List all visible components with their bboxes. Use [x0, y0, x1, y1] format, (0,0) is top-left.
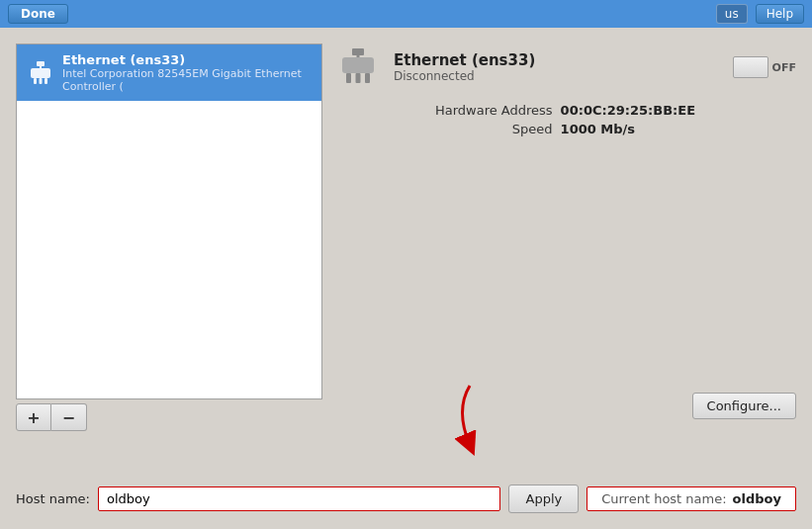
svg-rect-4	[45, 78, 47, 84]
hardware-address-value: 00:0C:29:25:BB:EE	[561, 103, 796, 118]
right-panel: Ethernet (ens33) Disconnected OFF Hardwa…	[334, 44, 796, 431]
apply-button[interactable]: Apply	[508, 485, 579, 513]
top-bar-right: us Help	[716, 4, 804, 24]
svg-rect-1	[31, 68, 50, 78]
current-hostname-value: oldboy	[733, 491, 781, 506]
device-name: Ethernet (ens33)	[394, 51, 721, 69]
svg-rect-8	[346, 73, 351, 83]
language-selector[interactable]: us	[716, 4, 748, 24]
svg-rect-0	[37, 61, 45, 66]
network-item-desc: Intel Corporation 82545EM Gigabit Ethern…	[62, 67, 312, 93]
configure-button[interactable]: Configure...	[692, 393, 796, 419]
add-network-button[interactable]: +	[16, 403, 51, 431]
current-hostname-label: Current host name:	[601, 491, 726, 506]
svg-rect-3	[40, 78, 43, 84]
hardware-address-label: Hardware Address	[334, 103, 553, 118]
bottom-row: Host name: Apply Current host name: oldb…	[16, 485, 796, 513]
list-controls: + −	[16, 403, 322, 431]
toggle-button[interactable]	[733, 56, 768, 78]
speed-label: Speed	[334, 122, 553, 136]
toggle-area: OFF	[733, 56, 796, 78]
main-content: Ethernet (ens33) Intel Corporation 82545…	[0, 28, 812, 447]
top-bar: Done us Help	[0, 0, 812, 28]
device-icon	[334, 44, 382, 91]
left-panel: Ethernet (ens33) Intel Corporation 82545…	[16, 44, 322, 431]
network-item-text: Ethernet (ens33) Intel Corporation 82545…	[62, 52, 312, 93]
speed-value: 1000 Mb/s	[561, 122, 796, 136]
current-hostname-box: Current host name: oldboy	[586, 486, 796, 511]
svg-rect-6	[352, 48, 364, 55]
help-button[interactable]: Help	[756, 4, 804, 24]
device-info: Ethernet (ens33) Disconnected	[394, 51, 721, 83]
device-status: Disconnected	[394, 69, 721, 83]
network-list: Ethernet (ens33) Intel Corporation 82545…	[16, 44, 322, 399]
device-header: Ethernet (ens33) Disconnected OFF	[334, 44, 796, 91]
svg-rect-7	[342, 57, 374, 73]
svg-rect-9	[356, 73, 361, 83]
svg-rect-10	[365, 73, 370, 83]
details-table: Hardware Address 00:0C:29:25:BB:EE Speed…	[334, 103, 796, 136]
svg-rect-2	[34, 78, 37, 84]
hostname-label: Host name:	[16, 491, 90, 506]
remove-network-button[interactable]: −	[51, 403, 87, 431]
configure-area: Configure...	[334, 393, 796, 419]
network-list-item[interactable]: Ethernet (ens33) Intel Corporation 82545…	[17, 44, 321, 101]
done-button[interactable]: Done	[8, 4, 68, 24]
ethernet-icon	[27, 57, 54, 89]
hostname-input[interactable]	[98, 486, 501, 511]
toggle-label: OFF	[772, 61, 796, 74]
network-item-name: Ethernet (ens33)	[62, 52, 312, 67]
